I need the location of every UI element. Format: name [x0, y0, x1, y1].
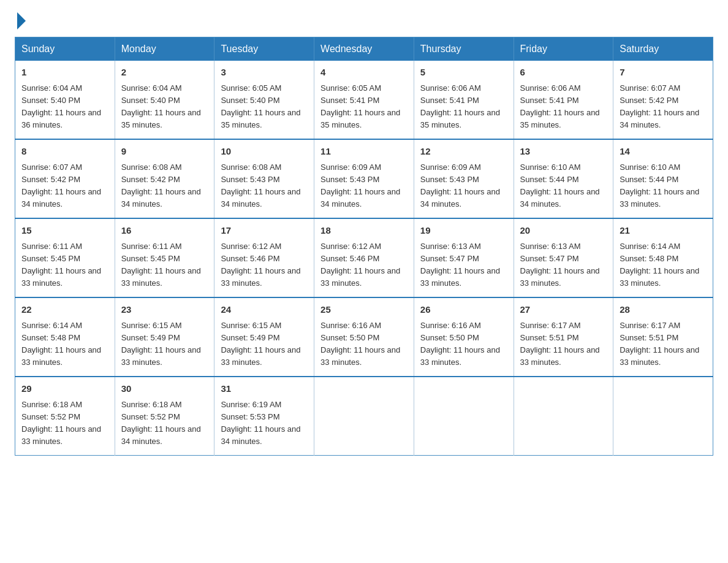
day-number: 2: [121, 66, 208, 80]
day-number: 15: [21, 224, 108, 238]
day-info: Sunrise: 6:05 AMSunset: 5:40 PMDaylight:…: [221, 82, 308, 132]
day-number: 14: [620, 145, 707, 159]
day-number: 9: [121, 145, 208, 159]
day-info: Sunrise: 6:13 AMSunset: 5:47 PMDaylight:…: [420, 240, 507, 290]
day-number: 6: [520, 66, 607, 80]
calendar-cell: 27 Sunrise: 6:17 AMSunset: 5:51 PMDaylig…: [514, 297, 613, 377]
day-info: Sunrise: 6:18 AMSunset: 5:52 PMDaylight:…: [21, 399, 108, 448]
day-number: 18: [320, 224, 408, 238]
day-info: Sunrise: 6:16 AMSunset: 5:50 PMDaylight:…: [320, 320, 408, 369]
day-number: 4: [320, 66, 408, 80]
calendar-cell: 5 Sunrise: 6:06 AMSunset: 5:41 PMDayligh…: [414, 61, 514, 139]
calendar-cell: 17 Sunrise: 6:12 AMSunset: 5:46 PMDaylig…: [214, 218, 314, 297]
calendar-cell: 20 Sunrise: 6:13 AMSunset: 5:47 PMDaylig…: [514, 218, 613, 297]
calendar-cell: 26 Sunrise: 6:16 AMSunset: 5:50 PMDaylig…: [414, 297, 514, 377]
calendar-cell: 30 Sunrise: 6:18 AMSunset: 5:52 PMDaylig…: [115, 377, 214, 456]
day-number: 7: [620, 66, 707, 80]
day-number: 3: [221, 66, 308, 80]
calendar-cell: 8 Sunrise: 6:07 AMSunset: 5:42 PMDayligh…: [15, 139, 115, 218]
calendar-cell: 14 Sunrise: 6:10 AMSunset: 5:44 PMDaylig…: [613, 139, 713, 218]
day-info: Sunrise: 6:06 AMSunset: 5:41 PMDaylight:…: [420, 82, 507, 132]
day-info: Sunrise: 6:12 AMSunset: 5:46 PMDaylight:…: [320, 240, 408, 290]
day-number: 22: [21, 303, 108, 317]
day-number: 26: [420, 303, 507, 317]
day-info: Sunrise: 6:15 AMSunset: 5:49 PMDaylight:…: [221, 320, 308, 369]
calendar-cell: 24 Sunrise: 6:15 AMSunset: 5:49 PMDaylig…: [214, 297, 314, 377]
day-info: Sunrise: 6:10 AMSunset: 5:44 PMDaylight:…: [520, 161, 607, 211]
day-info: Sunrise: 6:18 AMSunset: 5:52 PMDaylight:…: [121, 399, 208, 448]
calendar-cell: 2 Sunrise: 6:04 AMSunset: 5:40 PMDayligh…: [115, 61, 214, 139]
calendar-cell: 28 Sunrise: 6:17 AMSunset: 5:51 PMDaylig…: [613, 297, 713, 377]
day-number: 1: [21, 66, 108, 80]
day-number: 28: [620, 303, 707, 317]
day-number: 24: [221, 303, 308, 317]
logo: [15, 15, 26, 27]
calendar-cell: 3 Sunrise: 6:05 AMSunset: 5:40 PMDayligh…: [214, 61, 314, 139]
calendar-cell: 11 Sunrise: 6:09 AMSunset: 5:43 PMDaylig…: [314, 139, 414, 218]
calendar-cell: [613, 377, 713, 456]
calendar-week-row: 22 Sunrise: 6:14 AMSunset: 5:48 PMDaylig…: [15, 297, 713, 377]
calendar-cell: 25 Sunrise: 6:16 AMSunset: 5:50 PMDaylig…: [314, 297, 414, 377]
calendar-cell: 4 Sunrise: 6:05 AMSunset: 5:41 PMDayligh…: [314, 61, 414, 139]
day-number: 29: [21, 382, 108, 396]
day-number: 19: [420, 224, 507, 238]
calendar-cell: 7 Sunrise: 6:07 AMSunset: 5:42 PMDayligh…: [613, 61, 713, 139]
calendar-cell: 10 Sunrise: 6:08 AMSunset: 5:43 PMDaylig…: [214, 139, 314, 218]
day-number: 16: [121, 224, 208, 238]
calendar-header-thursday: Thursday: [414, 37, 514, 61]
calendar-week-row: 1 Sunrise: 6:04 AMSunset: 5:40 PMDayligh…: [15, 61, 713, 139]
calendar-week-row: 29 Sunrise: 6:18 AMSunset: 5:52 PMDaylig…: [15, 377, 713, 456]
page-header: [15, 15, 713, 27]
calendar-cell: 23 Sunrise: 6:15 AMSunset: 5:49 PMDaylig…: [115, 297, 214, 377]
day-info: Sunrise: 6:13 AMSunset: 5:47 PMDaylight:…: [520, 240, 607, 290]
calendar-header-tuesday: Tuesday: [214, 37, 314, 61]
calendar-header-monday: Monday: [115, 37, 214, 61]
calendar-cell: 1 Sunrise: 6:04 AMSunset: 5:40 PMDayligh…: [15, 61, 115, 139]
calendar-cell: 16 Sunrise: 6:11 AMSunset: 5:45 PMDaylig…: [115, 218, 214, 297]
day-info: Sunrise: 6:04 AMSunset: 5:40 PMDaylight:…: [21, 82, 108, 132]
calendar-week-row: 8 Sunrise: 6:07 AMSunset: 5:42 PMDayligh…: [15, 139, 713, 218]
day-number: 27: [520, 303, 607, 317]
calendar-cell: 6 Sunrise: 6:06 AMSunset: 5:41 PMDayligh…: [514, 61, 613, 139]
day-number: 21: [620, 224, 707, 238]
day-info: Sunrise: 6:07 AMSunset: 5:42 PMDaylight:…: [21, 161, 108, 211]
day-info: Sunrise: 6:08 AMSunset: 5:42 PMDaylight:…: [121, 161, 208, 211]
calendar-week-row: 15 Sunrise: 6:11 AMSunset: 5:45 PMDaylig…: [15, 218, 713, 297]
day-info: Sunrise: 6:15 AMSunset: 5:49 PMDaylight:…: [121, 320, 208, 369]
day-number: 10: [221, 145, 308, 159]
calendar-header-saturday: Saturday: [613, 37, 713, 61]
calendar-header-sunday: Sunday: [15, 37, 115, 61]
day-number: 31: [221, 382, 308, 396]
day-info: Sunrise: 6:09 AMSunset: 5:43 PMDaylight:…: [420, 161, 507, 211]
day-number: 8: [21, 145, 108, 159]
calendar-cell: 21 Sunrise: 6:14 AMSunset: 5:48 PMDaylig…: [613, 218, 713, 297]
calendar-cell: [514, 377, 613, 456]
day-info: Sunrise: 6:08 AMSunset: 5:43 PMDaylight:…: [221, 161, 308, 211]
day-number: 5: [420, 66, 507, 80]
calendar-cell: 9 Sunrise: 6:08 AMSunset: 5:42 PMDayligh…: [115, 139, 214, 218]
calendar-cell: 12 Sunrise: 6:09 AMSunset: 5:43 PMDaylig…: [414, 139, 514, 218]
calendar-cell: [314, 377, 414, 456]
logo-arrow-icon: [17, 12, 26, 29]
calendar-cell: 19 Sunrise: 6:13 AMSunset: 5:47 PMDaylig…: [414, 218, 514, 297]
day-info: Sunrise: 6:14 AMSunset: 5:48 PMDaylight:…: [21, 320, 108, 369]
calendar-cell: 29 Sunrise: 6:18 AMSunset: 5:52 PMDaylig…: [15, 377, 115, 456]
day-info: Sunrise: 6:04 AMSunset: 5:40 PMDaylight:…: [121, 82, 208, 132]
day-info: Sunrise: 6:10 AMSunset: 5:44 PMDaylight:…: [620, 161, 707, 211]
day-info: Sunrise: 6:19 AMSunset: 5:53 PMDaylight:…: [221, 399, 308, 448]
calendar-cell: 15 Sunrise: 6:11 AMSunset: 5:45 PMDaylig…: [15, 218, 115, 297]
day-number: 30: [121, 382, 208, 396]
calendar-cell: 31 Sunrise: 6:19 AMSunset: 5:53 PMDaylig…: [214, 377, 314, 456]
day-info: Sunrise: 6:16 AMSunset: 5:50 PMDaylight:…: [420, 320, 507, 369]
day-number: 12: [420, 145, 507, 159]
day-number: 20: [520, 224, 607, 238]
day-number: 25: [320, 303, 408, 317]
day-info: Sunrise: 6:11 AMSunset: 5:45 PMDaylight:…: [121, 240, 208, 290]
day-info: Sunrise: 6:07 AMSunset: 5:42 PMDaylight:…: [620, 82, 707, 132]
day-number: 17: [221, 224, 308, 238]
calendar-cell: [414, 377, 514, 456]
day-info: Sunrise: 6:12 AMSunset: 5:46 PMDaylight:…: [221, 240, 308, 290]
day-number: 11: [320, 145, 408, 159]
calendar-header-row: SundayMondayTuesdayWednesdayThursdayFrid…: [15, 37, 713, 61]
day-number: 13: [520, 145, 607, 159]
